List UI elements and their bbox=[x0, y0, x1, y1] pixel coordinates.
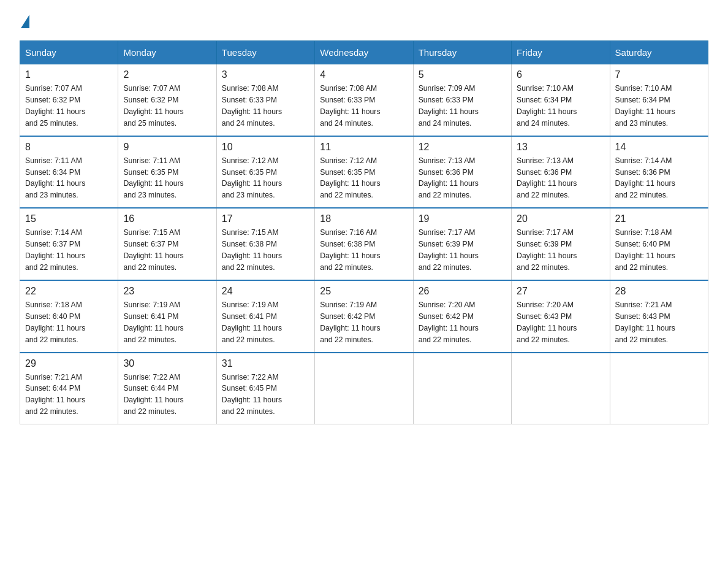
calendar-cell: 12Sunrise: 7:13 AMSunset: 6:36 PMDayligh… bbox=[413, 136, 511, 209]
calendar-cell: 4Sunrise: 7:08 AMSunset: 6:33 PMDaylight… bbox=[315, 64, 413, 136]
day-info: Sunrise: 7:07 AMSunset: 6:32 PMDaylight:… bbox=[25, 83, 113, 129]
day-info: Sunrise: 7:11 AMSunset: 6:34 PMDaylight:… bbox=[25, 155, 113, 202]
calendar-cell: 15Sunrise: 7:14 AMSunset: 6:37 PMDayligh… bbox=[20, 208, 118, 280]
day-number: 25 bbox=[320, 286, 408, 297]
day-number: 9 bbox=[123, 142, 211, 153]
day-info: Sunrise: 7:16 AMSunset: 6:38 PMDaylight:… bbox=[320, 227, 408, 274]
day-number: 5 bbox=[419, 69, 506, 80]
day-number: 6 bbox=[517, 69, 604, 80]
weekday-header-row: SundayMondayTuesdayWednesdayThursdayFrid… bbox=[20, 41, 708, 64]
day-info: Sunrise: 7:19 AMSunset: 6:41 PMDaylight:… bbox=[123, 299, 211, 346]
day-number: 15 bbox=[25, 213, 113, 224]
day-number: 11 bbox=[320, 142, 408, 153]
calendar-cell: 14Sunrise: 7:14 AMSunset: 6:36 PMDayligh… bbox=[610, 136, 708, 209]
day-number: 1 bbox=[25, 69, 113, 80]
calendar-cell bbox=[413, 353, 511, 424]
calendar-cell: 23Sunrise: 7:19 AMSunset: 6:41 PMDayligh… bbox=[118, 280, 216, 353]
day-info: Sunrise: 7:08 AMSunset: 6:33 PMDaylight:… bbox=[222, 83, 309, 129]
day-number: 13 bbox=[517, 142, 604, 153]
calendar-cell: 16Sunrise: 7:15 AMSunset: 6:37 PMDayligh… bbox=[118, 208, 216, 280]
day-number: 20 bbox=[517, 213, 604, 224]
day-number: 14 bbox=[615, 142, 703, 153]
weekday-header-saturday: Saturday bbox=[610, 41, 708, 64]
calendar-table: SundayMondayTuesdayWednesdayThursdayFrid… bbox=[20, 40, 708, 424]
day-info: Sunrise: 7:12 AMSunset: 6:35 PMDaylight:… bbox=[320, 155, 408, 202]
logo bbox=[20, 15, 31, 28]
calendar-cell: 8Sunrise: 7:11 AMSunset: 6:34 PMDaylight… bbox=[20, 136, 118, 209]
calendar-cell bbox=[610, 353, 708, 424]
day-info: Sunrise: 7:09 AMSunset: 6:33 PMDaylight:… bbox=[419, 83, 506, 129]
calendar-cell bbox=[512, 353, 610, 424]
calendar-cell: 10Sunrise: 7:12 AMSunset: 6:35 PMDayligh… bbox=[216, 136, 314, 209]
weekday-header-friday: Friday bbox=[512, 41, 610, 64]
day-info: Sunrise: 7:17 AMSunset: 6:39 PMDaylight:… bbox=[517, 227, 604, 274]
calendar-week-row: 29Sunrise: 7:21 AMSunset: 6:44 PMDayligh… bbox=[20, 353, 708, 424]
calendar-cell: 19Sunrise: 7:17 AMSunset: 6:39 PMDayligh… bbox=[413, 208, 511, 280]
day-number: 2 bbox=[123, 69, 211, 80]
day-number: 26 bbox=[419, 286, 506, 297]
logo-triangle-icon bbox=[21, 15, 29, 28]
weekday-header-wednesday: Wednesday bbox=[315, 41, 413, 64]
day-info: Sunrise: 7:12 AMSunset: 6:35 PMDaylight:… bbox=[222, 155, 309, 202]
calendar-cell: 20Sunrise: 7:17 AMSunset: 6:39 PMDayligh… bbox=[512, 208, 610, 280]
day-info: Sunrise: 7:15 AMSunset: 6:37 PMDaylight:… bbox=[123, 227, 211, 274]
calendar-cell bbox=[315, 353, 413, 424]
day-info: Sunrise: 7:14 AMSunset: 6:36 PMDaylight:… bbox=[615, 155, 703, 202]
day-info: Sunrise: 7:10 AMSunset: 6:34 PMDaylight:… bbox=[615, 83, 703, 129]
calendar-cell: 2Sunrise: 7:07 AMSunset: 6:32 PMDaylight… bbox=[118, 64, 216, 136]
weekday-header-sunday: Sunday bbox=[20, 41, 118, 64]
day-info: Sunrise: 7:13 AMSunset: 6:36 PMDaylight:… bbox=[517, 155, 604, 202]
calendar-cell: 30Sunrise: 7:22 AMSunset: 6:44 PMDayligh… bbox=[118, 353, 216, 424]
day-number: 19 bbox=[419, 213, 506, 224]
day-info: Sunrise: 7:14 AMSunset: 6:37 PMDaylight:… bbox=[25, 227, 113, 274]
calendar-cell: 18Sunrise: 7:16 AMSunset: 6:38 PMDayligh… bbox=[315, 208, 413, 280]
calendar-cell: 13Sunrise: 7:13 AMSunset: 6:36 PMDayligh… bbox=[512, 136, 610, 209]
day-info: Sunrise: 7:17 AMSunset: 6:39 PMDaylight:… bbox=[419, 227, 506, 274]
day-number: 23 bbox=[123, 286, 211, 297]
day-number: 24 bbox=[222, 286, 309, 297]
day-number: 22 bbox=[25, 286, 113, 297]
calendar-cell: 3Sunrise: 7:08 AMSunset: 6:33 PMDaylight… bbox=[216, 64, 314, 136]
calendar-week-row: 22Sunrise: 7:18 AMSunset: 6:40 PMDayligh… bbox=[20, 280, 708, 353]
day-info: Sunrise: 7:19 AMSunset: 6:42 PMDaylight:… bbox=[320, 299, 408, 346]
weekday-header-monday: Monday bbox=[118, 41, 216, 64]
day-info: Sunrise: 7:08 AMSunset: 6:33 PMDaylight:… bbox=[320, 83, 408, 129]
calendar-week-row: 15Sunrise: 7:14 AMSunset: 6:37 PMDayligh… bbox=[20, 208, 708, 280]
calendar-week-row: 8Sunrise: 7:11 AMSunset: 6:34 PMDaylight… bbox=[20, 136, 708, 209]
day-number: 16 bbox=[123, 213, 211, 224]
day-number: 29 bbox=[25, 358, 113, 369]
day-info: Sunrise: 7:10 AMSunset: 6:34 PMDaylight:… bbox=[517, 83, 604, 129]
day-info: Sunrise: 7:21 AMSunset: 6:43 PMDaylight:… bbox=[615, 299, 703, 346]
calendar-cell: 6Sunrise: 7:10 AMSunset: 6:34 PMDaylight… bbox=[512, 64, 610, 136]
day-info: Sunrise: 7:11 AMSunset: 6:35 PMDaylight:… bbox=[123, 155, 211, 202]
calendar-cell: 25Sunrise: 7:19 AMSunset: 6:42 PMDayligh… bbox=[315, 280, 413, 353]
day-info: Sunrise: 7:18 AMSunset: 6:40 PMDaylight:… bbox=[615, 227, 703, 274]
calendar-cell: 1Sunrise: 7:07 AMSunset: 6:32 PMDaylight… bbox=[20, 64, 118, 136]
calendar-cell: 24Sunrise: 7:19 AMSunset: 6:41 PMDayligh… bbox=[216, 280, 314, 353]
day-number: 21 bbox=[615, 213, 703, 224]
day-number: 4 bbox=[320, 69, 408, 80]
day-info: Sunrise: 7:22 AMSunset: 6:44 PMDaylight:… bbox=[123, 372, 211, 418]
day-number: 27 bbox=[517, 286, 604, 297]
day-info: Sunrise: 7:07 AMSunset: 6:32 PMDaylight:… bbox=[123, 83, 211, 129]
calendar-cell: 29Sunrise: 7:21 AMSunset: 6:44 PMDayligh… bbox=[20, 353, 118, 424]
calendar-cell: 26Sunrise: 7:20 AMSunset: 6:42 PMDayligh… bbox=[413, 280, 511, 353]
day-number: 18 bbox=[320, 213, 408, 224]
day-number: 10 bbox=[222, 142, 309, 153]
day-number: 3 bbox=[222, 69, 309, 80]
day-info: Sunrise: 7:18 AMSunset: 6:40 PMDaylight:… bbox=[25, 299, 113, 346]
calendar-cell: 31Sunrise: 7:22 AMSunset: 6:45 PMDayligh… bbox=[216, 353, 314, 424]
day-info: Sunrise: 7:20 AMSunset: 6:43 PMDaylight:… bbox=[517, 299, 604, 346]
calendar-cell: 9Sunrise: 7:11 AMSunset: 6:35 PMDaylight… bbox=[118, 136, 216, 209]
day-number: 12 bbox=[419, 142, 506, 153]
weekday-header-thursday: Thursday bbox=[413, 41, 511, 64]
day-number: 17 bbox=[222, 213, 309, 224]
day-info: Sunrise: 7:13 AMSunset: 6:36 PMDaylight:… bbox=[419, 155, 506, 202]
day-info: Sunrise: 7:20 AMSunset: 6:42 PMDaylight:… bbox=[419, 299, 506, 346]
calendar-cell: 5Sunrise: 7:09 AMSunset: 6:33 PMDaylight… bbox=[413, 64, 511, 136]
day-number: 7 bbox=[615, 69, 703, 80]
day-number: 28 bbox=[615, 286, 703, 297]
day-info: Sunrise: 7:22 AMSunset: 6:45 PMDaylight:… bbox=[222, 372, 309, 418]
calendar-week-row: 1Sunrise: 7:07 AMSunset: 6:32 PMDaylight… bbox=[20, 64, 708, 136]
weekday-header-tuesday: Tuesday bbox=[216, 41, 314, 64]
